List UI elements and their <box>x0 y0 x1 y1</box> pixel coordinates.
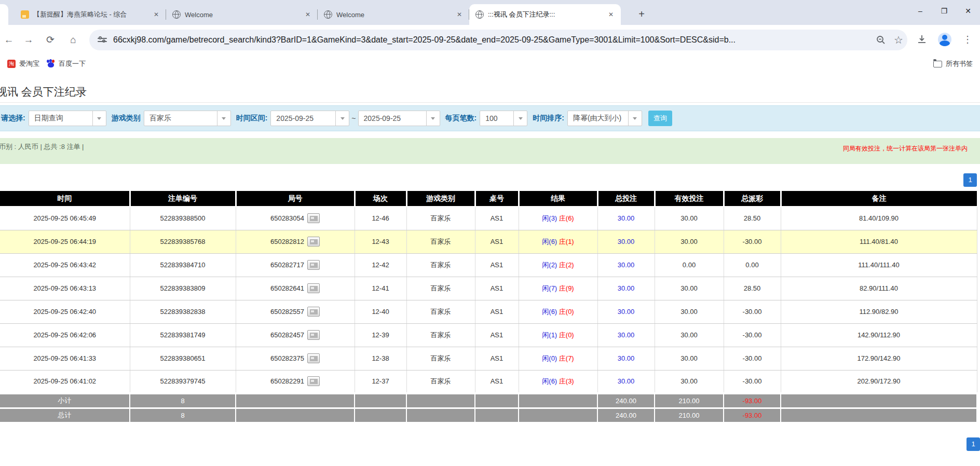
cell-payout: -30.00 <box>724 370 781 393</box>
bookmark-item[interactable]: 淘 爱淘宝 <box>7 59 39 68</box>
total-bet-link[interactable]: 30.00 <box>618 331 635 339</box>
date-end-select[interactable]: 2025-09-25 <box>358 111 440 126</box>
cell-game-type: 百家乐 <box>406 277 475 300</box>
cell-session: 12-41 <box>355 277 406 300</box>
cell-bet-id: 522839388500 <box>130 207 236 230</box>
profile-avatar-icon[interactable] <box>936 31 953 48</box>
cell-round-id: 650282717 <box>236 253 355 277</box>
maximize-button[interactable]: ❐ <box>932 0 956 22</box>
browser-tab[interactable]: 【新提醒】海燕策略论坛 - 综合 ✕ <box>15 4 166 25</box>
total-bet-link[interactable]: 30.00 <box>618 261 635 269</box>
zoom-icon[interactable] <box>872 31 890 49</box>
cell-result: 闲(0) 庄(7) <box>519 347 597 370</box>
query-type-select[interactable]: 日期查询 <box>29 111 106 126</box>
cell-remark: 142.90/112.90 <box>781 323 977 347</box>
round-detail-icon[interactable] <box>307 213 320 223</box>
browser-tab[interactable]: Welcome ✕ <box>166 4 318 25</box>
cell-session: 12-37 <box>355 370 406 393</box>
forward-icon[interactable]: → <box>21 32 36 48</box>
chevron-down-icon <box>217 111 230 126</box>
minimize-button[interactable]: – <box>908 0 932 22</box>
cell-result: 闲(7) 庄(9) <box>519 277 597 300</box>
round-detail-icon[interactable] <box>307 260 320 270</box>
date-start-select[interactable]: 2025-09-25 <box>270 111 349 126</box>
menu-dots-icon[interactable]: ⋮ <box>959 31 976 48</box>
bet-records-table: 时间注单编号局号场次游戏类别桌号结果总投注有效投注总派彩备注 2025-09-2… <box>0 191 977 423</box>
forum-yellow-icon <box>21 10 29 19</box>
total-bet-link[interactable]: 30.00 <box>618 214 635 222</box>
tab-close-icon[interactable]: ✕ <box>303 10 312 19</box>
cell-time: 2025-09-25 06:44:19 <box>0 230 130 253</box>
total-bet-link[interactable]: 30.00 <box>618 308 635 316</box>
game-type-select[interactable]: 百家乐 <box>144 111 231 126</box>
cell-payout: -30.00 <box>724 230 781 253</box>
sort-select[interactable]: 降幂(由大到小) <box>567 111 642 126</box>
close-button[interactable]: ✕ <box>956 0 980 22</box>
home-icon[interactable]: ⌂ <box>65 32 81 48</box>
cell-game-type: 百家乐 <box>406 300 475 323</box>
download-icon[interactable] <box>914 31 930 48</box>
back-icon[interactable]: ← <box>1 32 17 48</box>
round-detail-icon[interactable] <box>307 283 320 293</box>
pagination-page-1-top[interactable]: 1 <box>963 173 977 187</box>
cell-time: 2025-09-25 06:42:06 <box>0 323 130 347</box>
chevron-down-icon <box>92 111 106 126</box>
cell-table-no: AS1 <box>475 207 519 230</box>
cell-game-type: 百家乐 <box>406 347 475 370</box>
table-row: 2025-09-25 06:41:02 522839379745 6502822… <box>0 370 977 393</box>
cell-total-bet: 30.00 <box>597 230 655 253</box>
per-page-label: 每页笔数: <box>445 114 477 123</box>
tab-edge-sliver <box>0 4 8 25</box>
cell-remark: 112.90/82.90 <box>781 300 977 323</box>
sort-label: 时间排序: <box>533 114 564 123</box>
browser-tab[interactable]: :::视讯 会员下注纪录::: ✕ <box>469 4 621 25</box>
per-page-select[interactable]: 100 <box>480 111 527 126</box>
cell-valid-bet: 0.00 <box>655 253 724 277</box>
cell-valid-bet: 30.00 <box>655 230 724 253</box>
round-detail-icon[interactable] <box>307 307 320 317</box>
column-header: 桌号 <box>475 191 519 207</box>
cell-game-type: 百家乐 <box>406 230 475 253</box>
cell-table-no: AS1 <box>475 277 519 300</box>
round-detail-icon[interactable] <box>307 376 320 386</box>
cell-session: 12-43 <box>355 230 406 253</box>
cell-game-type: 百家乐 <box>406 323 475 347</box>
cell-time: 2025-09-25 06:41:33 <box>0 347 130 370</box>
tab-close-icon[interactable]: ✕ <box>455 10 464 19</box>
url-text: 66cxkj98.com/game/betrecord_search/kind3… <box>113 35 872 45</box>
new-tab-button[interactable]: + <box>634 7 649 22</box>
chevron-down-icon <box>513 111 527 126</box>
tab-close-icon[interactable]: ✕ <box>606 10 616 19</box>
bookmark-star-icon[interactable]: ☆ <box>890 31 907 49</box>
all-bookmarks-button[interactable]: 所有书签 <box>933 59 973 68</box>
column-header: 游戏类别 <box>406 191 475 207</box>
cell-valid-bet: 30.00 <box>655 277 724 300</box>
cell-payout: -30.00 <box>724 300 781 323</box>
browser-toolbar: ← → ⟳ ⌂ 66cxkj98.com/game/betrecord_sear… <box>0 25 980 55</box>
total-bet-link[interactable]: 30.00 <box>618 284 635 292</box>
valid-bet-note: 同局有效投注，统一计算在该局第一张注单内 <box>843 144 968 153</box>
total-bet-link[interactable]: 30.00 <box>618 354 635 362</box>
pagination-page-1-bottom[interactable]: 1 <box>967 437 980 451</box>
tab-close-icon[interactable]: ✕ <box>152 10 161 19</box>
cell-payout: 28.50 <box>724 277 781 300</box>
total-bet-link[interactable]: 30.00 <box>618 377 635 385</box>
query-button[interactable]: 查询 <box>648 111 672 126</box>
summary-row: 小计 8 240.00 210.00 -93.00 <box>0 393 977 408</box>
column-header: 备注 <box>781 191 977 207</box>
address-bar[interactable]: 66cxkj98.com/game/betrecord_search/kind3… <box>89 30 907 50</box>
browser-tab[interactable]: Welcome ✕ <box>318 4 469 25</box>
round-detail-icon[interactable] <box>307 353 320 363</box>
reload-icon[interactable]: ⟳ <box>43 32 58 48</box>
round-detail-icon[interactable] <box>307 237 320 246</box>
table-row: 2025-09-25 06:43:13 522839383809 6502826… <box>0 277 977 300</box>
cell-bet-id: 522839383809 <box>130 277 236 300</box>
site-settings-icon[interactable] <box>98 36 107 44</box>
cell-result: 闲(2) 庄(2) <box>519 253 597 277</box>
bookmark-item[interactable]: 百度一下 <box>47 59 86 68</box>
round-detail-icon[interactable] <box>307 330 320 340</box>
cell-result: 闲(6) 庄(3) <box>519 370 597 393</box>
cell-valid-bet: 30.00 <box>655 300 724 323</box>
cell-table-no: AS1 <box>475 370 519 393</box>
total-bet-link[interactable]: 30.00 <box>618 238 635 245</box>
